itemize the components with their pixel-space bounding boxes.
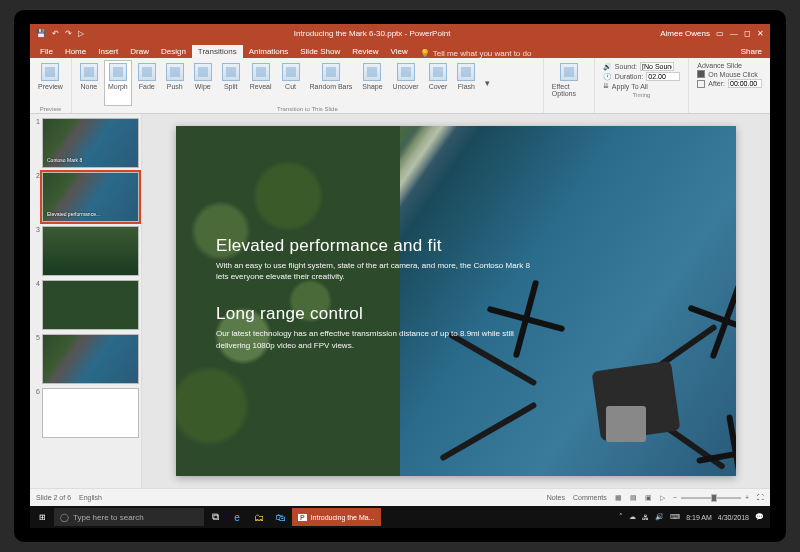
- transition-shape[interactable]: Shape: [358, 60, 386, 106]
- zoom-control[interactable]: − +: [673, 494, 749, 501]
- transition-push[interactable]: Push: [162, 60, 188, 106]
- close-icon[interactable]: ✕: [757, 29, 764, 38]
- user-name[interactable]: Aimee Owens: [660, 29, 710, 38]
- cover-label: Cover: [429, 83, 448, 90]
- transition-split[interactable]: Split: [218, 60, 244, 106]
- transition-cut[interactable]: Cut: [278, 60, 304, 106]
- slide-text[interactable]: Elevated performance and fit With an eas…: [216, 236, 536, 373]
- sound-select[interactable]: [640, 62, 674, 71]
- onedrive-icon[interactable]: ☁: [629, 513, 636, 521]
- edge-icon[interactable]: e: [226, 506, 248, 528]
- windows-taskbar: ⊞ ◯ Type here to search ⧉ e 🗂 🛍 P Introd…: [30, 506, 770, 528]
- task-view-icon[interactable]: ⧉: [204, 506, 226, 528]
- group-preview: Preview Preview: [30, 58, 72, 113]
- onclick-checkbox[interactable]: [697, 70, 705, 78]
- tab-animations[interactable]: Animations: [243, 45, 295, 58]
- sorter-view-icon[interactable]: ▤: [630, 494, 637, 502]
- transition-reveal[interactable]: Reveal: [246, 60, 276, 106]
- slideshow-view-icon[interactable]: ▷: [660, 494, 665, 502]
- cover-icon: [429, 63, 447, 81]
- duration-input[interactable]: [646, 72, 680, 81]
- thumb-5[interactable]: [42, 334, 139, 384]
- transition-cover[interactable]: Cover: [425, 60, 452, 106]
- tell-me-label: Tell me what you want to do: [433, 49, 532, 58]
- file-explorer-icon[interactable]: 🗂: [248, 506, 270, 528]
- notes-button[interactable]: Notes: [547, 494, 565, 501]
- thumb-num-5: 5: [32, 334, 40, 384]
- after-checkbox[interactable]: [697, 80, 705, 88]
- thumb-6[interactable]: [42, 388, 139, 438]
- minimize-icon[interactable]: —: [730, 29, 738, 38]
- tray-date[interactable]: 4/30/2018: [718, 514, 749, 521]
- split-icon: [222, 63, 240, 81]
- tab-insert[interactable]: Insert: [92, 45, 124, 58]
- transition-flash[interactable]: Flash: [453, 60, 479, 106]
- ribbon-display-icon[interactable]: ▭: [716, 29, 724, 38]
- transition-morph[interactable]: Morph: [104, 60, 132, 106]
- slide-canvas[interactable]: Elevated performance and fit With an eas…: [142, 114, 770, 488]
- tab-design[interactable]: Design: [155, 45, 192, 58]
- group-label-timing: Timing: [599, 92, 684, 98]
- tab-file[interactable]: File: [34, 45, 59, 58]
- zoom-out-icon[interactable]: −: [673, 494, 677, 501]
- quick-access-toolbar: 💾 ↶ ↷ ▷: [30, 29, 84, 38]
- comments-button[interactable]: Comments: [573, 494, 607, 501]
- action-center-icon[interactable]: 💬: [755, 513, 764, 521]
- undo-icon[interactable]: ↶: [52, 29, 59, 38]
- speaker-icon: 🔊: [603, 63, 612, 71]
- start-button[interactable]: ⊞: [30, 513, 54, 522]
- shape-icon: [363, 63, 381, 81]
- preview-button[interactable]: Preview: [34, 60, 67, 106]
- tell-me[interactable]: 💡 Tell me what you want to do: [414, 49, 733, 58]
- zoom-slider[interactable]: [681, 497, 741, 499]
- apply-all-button[interactable]: Apply To All: [612, 83, 648, 90]
- thumb-3[interactable]: [42, 226, 139, 276]
- zoom-in-icon[interactable]: +: [745, 494, 749, 501]
- cut-label: Cut: [285, 83, 296, 90]
- tab-home[interactable]: Home: [59, 45, 92, 58]
- network-icon[interactable]: 🖧: [642, 514, 649, 521]
- thumb-1[interactable]: Contoso Mark 8: [42, 118, 139, 168]
- volume-icon[interactable]: 🔊: [655, 513, 664, 521]
- tab-review[interactable]: Review: [346, 45, 384, 58]
- redo-icon[interactable]: ↷: [65, 29, 72, 38]
- taskbar-search[interactable]: ◯ Type here to search: [54, 508, 204, 526]
- uncover-icon: [397, 63, 415, 81]
- transition-more[interactable]: ▾: [481, 60, 494, 106]
- maximize-icon[interactable]: ◻: [744, 29, 751, 38]
- duration-label: Duration:: [615, 73, 643, 80]
- transition-randombars[interactable]: Random Bars: [306, 60, 357, 106]
- thumb-2[interactable]: Elevated performance...: [42, 172, 139, 222]
- current-slide[interactable]: Elevated performance and fit With an eas…: [176, 126, 736, 476]
- tab-view[interactable]: View: [385, 45, 414, 58]
- lightbulb-icon: 💡: [420, 49, 430, 58]
- thumb-1-title: Contoso Mark 8: [47, 158, 82, 164]
- transition-none[interactable]: None: [76, 60, 102, 106]
- language-status[interactable]: English: [79, 494, 102, 501]
- keyboard-icon[interactable]: ⌨: [670, 513, 680, 521]
- tab-slideshow[interactable]: Slide Show: [294, 45, 346, 58]
- reading-view-icon[interactable]: ▣: [645, 494, 652, 502]
- effect-options-button[interactable]: Effect Options: [548, 60, 590, 112]
- tab-transitions[interactable]: Transitions: [192, 45, 243, 58]
- taskbar-powerpoint[interactable]: P Introducing the Ma...: [292, 508, 381, 526]
- slide-thumbnail-panel[interactable]: 1Contoso Mark 8 2Elevated performance...…: [30, 114, 142, 488]
- tab-draw[interactable]: Draw: [124, 45, 155, 58]
- transition-wipe[interactable]: Wipe: [190, 60, 216, 106]
- save-icon[interactable]: 💾: [36, 29, 46, 38]
- transition-uncover[interactable]: Uncover: [389, 60, 423, 106]
- fade-icon: [138, 63, 156, 81]
- after-input[interactable]: [728, 79, 762, 88]
- normal-view-icon[interactable]: ▦: [615, 494, 622, 502]
- tray-time[interactable]: 8:19 AM: [686, 514, 712, 521]
- preview-label: Preview: [38, 83, 63, 90]
- transition-fade[interactable]: Fade: [134, 60, 160, 106]
- none-icon: [80, 63, 98, 81]
- fit-to-window-icon[interactable]: ⛶: [757, 494, 764, 501]
- thumb-4[interactable]: [42, 280, 139, 330]
- system-tray: ˄ ☁ 🖧 🔊 ⌨ 8:19 AM 4/30/2018 💬: [619, 513, 770, 521]
- share-button[interactable]: Share: [733, 45, 770, 58]
- store-icon[interactable]: 🛍: [270, 506, 292, 528]
- thumb-num-2: 2: [32, 172, 40, 222]
- tray-chevron-icon[interactable]: ˄: [619, 513, 623, 521]
